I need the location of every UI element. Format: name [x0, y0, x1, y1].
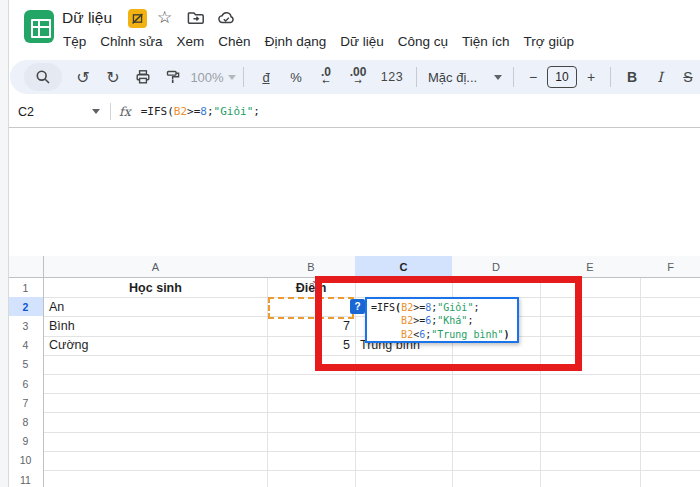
row-header-6[interactable]: 6: [8, 374, 44, 393]
print-icon[interactable]: [128, 63, 158, 91]
name-box-value: C2: [18, 105, 34, 119]
fx-icon: fx: [119, 104, 131, 119]
decrease-font-size-button[interactable]: −: [521, 63, 545, 91]
menu-item-5[interactable]: Dữ liệu: [333, 31, 391, 52]
bold-button[interactable]: B: [618, 63, 646, 91]
number-format-button[interactable]: 123: [375, 63, 409, 91]
gridline: [8, 374, 700, 375]
row-header-4[interactable]: 4: [8, 336, 44, 355]
row-header-11[interactable]: 11: [8, 470, 44, 487]
row-header-8[interactable]: 8: [8, 412, 44, 431]
annotation-red-rectangle: [315, 276, 582, 371]
font-family-value: Mặc đị...: [428, 70, 477, 85]
formula-segment: =IFS(: [141, 105, 174, 118]
menu-item-6[interactable]: Công cụ: [391, 31, 455, 52]
menu-item-4[interactable]: Định dạng: [258, 31, 334, 52]
title-bar: Dữ liệu ☆ TệpChỉnh sửaXemChènĐịnh dạngDữ…: [0, 0, 700, 57]
row-header-9[interactable]: 9: [8, 432, 44, 451]
column-header-A[interactable]: A: [44, 256, 267, 278]
percent-format-button[interactable]: %: [281, 63, 311, 91]
cell-A2[interactable]: An: [44, 297, 267, 316]
row-header-7[interactable]: 7: [8, 393, 44, 412]
spreadsheet-grid[interactable]: ABCDEF 123456789101112131415161718 Học s…: [0, 128, 700, 487]
cell-A1[interactable]: Học sinh: [44, 278, 267, 297]
chevron-down-icon: [228, 75, 236, 80]
left-arrow-icon: ←: [322, 77, 330, 86]
undo-icon[interactable]: ↺: [68, 63, 98, 91]
column-header-B[interactable]: B: [267, 256, 355, 278]
toolbar: ↺ ↻ 100% đ % .0 ← .00: [10, 60, 700, 94]
window-left-edge: [0, 0, 9, 487]
gridline: [8, 412, 700, 413]
gridline: [8, 393, 700, 394]
name-box[interactable]: C2: [8, 105, 100, 119]
italic-button[interactable]: I: [646, 63, 674, 91]
cloud-status-icon[interactable]: [217, 10, 237, 25]
chevron-down-icon: [494, 75, 502, 80]
font-family-dropdown[interactable]: Mặc đị...: [424, 70, 506, 85]
toolbar-divider: [610, 67, 611, 87]
toolbar-divider: [513, 67, 514, 87]
sheets-logo-icon[interactable]: [24, 10, 54, 43]
formula-bar: C2 fx =IFS(B2>=8;"Giỏi";: [8, 96, 700, 128]
menu-item-2[interactable]: Xem: [170, 31, 212, 52]
gridline: [8, 432, 700, 433]
column-header-F[interactable]: F: [640, 256, 700, 278]
sheet-slash-glyph: [131, 12, 144, 25]
currency-format-button[interactable]: đ: [251, 63, 281, 91]
google-sheets-window: Dữ liệu ☆ TệpChỉnh sửaXemChènĐịnh dạngDữ…: [0, 0, 700, 487]
strikethrough-button[interactable]: S: [674, 63, 700, 91]
row-header-1[interactable]: 1: [8, 278, 44, 297]
cell-A4[interactable]: Cường: [44, 336, 267, 355]
column-header-D[interactable]: D: [452, 256, 540, 278]
redo-icon[interactable]: ↻: [98, 63, 128, 91]
decrease-decimal-button[interactable]: .0 ←: [311, 63, 341, 91]
gridline: [8, 470, 700, 471]
toolbar-divider: [243, 67, 244, 87]
right-arrow-icon: →: [354, 77, 362, 86]
formula-segment: "Giỏi": [214, 105, 254, 118]
menu-item-1[interactable]: Chỉnh sửa: [93, 31, 169, 52]
paint-format-icon[interactable]: [158, 63, 188, 91]
gridline: [8, 451, 700, 452]
formula-segment: B2: [174, 105, 187, 118]
search-icon[interactable]: [24, 63, 62, 91]
increase-decimal-button[interactable]: .00 →: [341, 63, 375, 91]
formula-bar-divider: [110, 103, 111, 120]
menu-bar: TệpChỉnh sửaXemChènĐịnh dạngDữ liệuCông …: [56, 31, 581, 52]
yellow-sheet-slash-badge-icon[interactable]: [128, 9, 147, 28]
row-header-5[interactable]: 5: [8, 355, 44, 374]
column-header-C[interactable]: C: [355, 256, 452, 278]
cell-A3[interactable]: Bình: [44, 316, 267, 335]
row-header-3[interactable]: 3: [8, 316, 44, 335]
menu-item-7[interactable]: Tiện ích: [455, 31, 517, 52]
formula-segment: ;: [207, 105, 214, 118]
menu-item-8[interactable]: Trợ giúp: [517, 31, 581, 52]
formula-segment: >=: [187, 105, 200, 118]
toolbar-divider: [416, 67, 417, 87]
formula-segment: 8: [200, 105, 207, 118]
menu-item-0[interactable]: Tệp: [56, 31, 93, 52]
chevron-down-icon: [92, 109, 100, 114]
row-header-10[interactable]: 10: [8, 451, 44, 470]
document-title[interactable]: Dữ liệu: [62, 9, 112, 27]
zoom-dropdown[interactable]: 100%: [190, 70, 236, 85]
star-icon[interactable]: ☆: [157, 7, 172, 28]
column-header-E[interactable]: E: [540, 256, 640, 278]
formula-segment: ;: [253, 105, 260, 118]
menu-item-3[interactable]: Chèn: [211, 31, 257, 52]
row-header-2[interactable]: 2: [8, 297, 44, 316]
move-folder-icon[interactable]: [187, 10, 205, 25]
gridline: [640, 256, 641, 487]
formula-input[interactable]: =IFS(B2>=8;"Giỏi";: [141, 105, 260, 118]
select-all-corner[interactable]: [8, 256, 44, 278]
zoom-level: 100%: [190, 70, 223, 85]
font-size-input[interactable]: 10: [547, 66, 577, 88]
increase-font-size-button[interactable]: +: [579, 63, 603, 91]
